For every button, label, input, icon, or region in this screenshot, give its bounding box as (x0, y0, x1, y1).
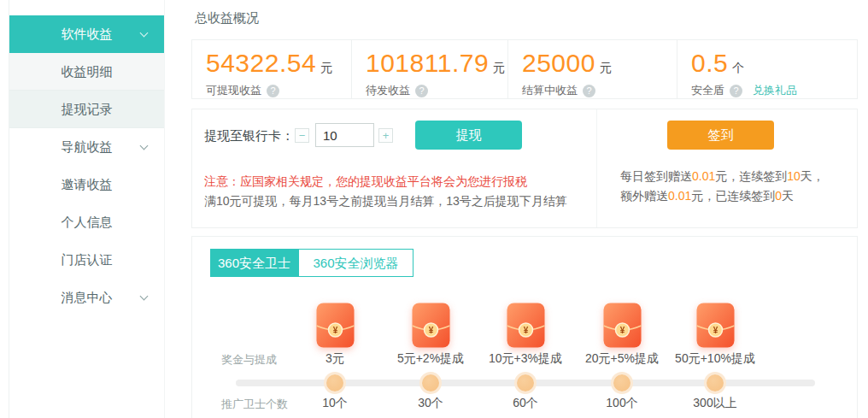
tax-warning-text: 注意：应国家相关规定，您的提现收益平台将会为您进行报税 (204, 174, 527, 190)
tab-360-browser[interactable]: 360安全浏览器 (298, 249, 413, 277)
help-icon[interactable]: ? (730, 85, 742, 97)
sidebar-item-label: 软件收益 (62, 26, 113, 41)
amount-plus-button[interactable]: + (378, 128, 393, 143)
stat-value: 54322.54 (206, 49, 316, 77)
tier-progress-dot (613, 374, 630, 392)
sidebar-item-message-center[interactable]: 消息中心 (9, 279, 164, 316)
sidebar-item-label: 收益明细 (62, 64, 113, 79)
help-icon[interactable]: ? (583, 85, 595, 97)
stat-label: 结算中收益 (522, 83, 578, 98)
sidebar-item-earnings-detail[interactable]: 收益明细 (9, 53, 164, 91)
sidebar-item-label: 邀请收益 (62, 177, 113, 191)
exchange-gift-link[interactable]: 兑换礼品 (753, 83, 797, 98)
tier-progress-dot (517, 374, 534, 392)
stat-value: 0.5 (691, 49, 728, 77)
stat-unit: 个 (732, 61, 744, 74)
product-tabs: 360安全卫士 360安全浏览器 (210, 249, 413, 277)
stat-unit: 元 (320, 61, 332, 74)
page-title: 总收益概况 (195, 10, 259, 26)
stat-label: 可提现收益 (206, 83, 261, 98)
earnings-dashboard: ¥ 软件收益 收益明细 提现记录 导航收益 邀请收益 (0, 0, 868, 418)
stat-unit: 元 (600, 61, 612, 74)
tier-progress-dot (707, 374, 724, 392)
sign-in-note-line1: 每日签到赠送0.01元，连续签到10天， (620, 169, 824, 185)
withdraw-rules-text: 满10元可提现，每月13号之前提现当月结算，13号之后提现下月结算 (204, 194, 567, 209)
red-envelope-icon (603, 303, 642, 348)
stat-security-shield: 0.5个 安全盾?兑换礼品 (677, 40, 857, 98)
stat-withdrawable-earnings: 54322.54元 可提现收益? (192, 40, 351, 98)
sidebar-item-software-earnings[interactable]: 软件收益 (9, 15, 164, 53)
withdraw-button[interactable]: 提现 (415, 121, 522, 150)
tier-progress-dot (326, 374, 343, 392)
red-envelope-icon (412, 303, 450, 348)
sidebar-item-label: 消息中心 (62, 290, 113, 304)
sidebar-menu: 软件收益 收益明细 提现记录 导航收益 邀请收益 个人信息 门店认证 (9, 0, 164, 418)
stat-pending-earnings: 101811.79元 待发收益? (351, 40, 507, 98)
stat-label: 待发收益 (366, 83, 410, 98)
total-earnings-panel: 54322.54元 可提现收益? 101811.79元 待发收益? 25000元… (191, 39, 858, 99)
chevron-down-icon (140, 292, 149, 301)
help-icon[interactable]: ? (415, 85, 428, 97)
help-icon[interactable]: ? (267, 85, 279, 97)
sign-in-button[interactable]: 签到 (667, 121, 774, 150)
sidebar-item-label: 提现记录 (62, 102, 113, 116)
bonus-row-label: 奖金与提成 (221, 352, 277, 368)
tier-bonus: 50元+10%提成 (655, 351, 775, 367)
panel-divider (596, 109, 597, 227)
tab-360-safe-guard[interactable]: 360安全卫士 (210, 249, 298, 277)
stat-value: 101811.79 (366, 49, 489, 77)
sidebar-top-gap (9, 0, 164, 15)
sidebar-item-navigation-earnings[interactable]: 导航收益 (9, 128, 164, 166)
promotion-panel: 360安全卫士 360安全浏览器 奖金与提成 3元 5元+2%提成 10元+3%… (191, 236, 858, 418)
stat-settling-earnings: 25000元 结算中收益? (507, 40, 677, 98)
sidebar-item-store-certification[interactable]: 门店认证 (9, 241, 164, 279)
chevron-down-icon (140, 142, 149, 150)
tier-count: 300以上 (655, 396, 775, 411)
amount-minus-button[interactable]: − (295, 128, 309, 143)
sidebar: 软件收益 收益明细 提现记录 导航收益 邀请收益 个人信息 门店认证 (0, 0, 165, 418)
red-envelope-icon (316, 303, 355, 348)
stat-value: 25000 (522, 49, 595, 77)
withdraw-to-bank-label: 提现至银行卡： (204, 128, 294, 144)
sidebar-item-label: 导航收益 (62, 139, 113, 154)
tier-progress-dot (422, 374, 439, 392)
sidebar-item-invite-earnings[interactable]: 邀请收益 (9, 166, 164, 203)
sidebar-item-withdraw-records[interactable]: 提现记录 (9, 91, 164, 128)
stat-label: 安全盾 (691, 83, 724, 98)
sidebar-item-label: 个人信息 (62, 215, 113, 229)
red-envelope-icon (507, 303, 545, 348)
sidebar-item-personal-info[interactable]: 个人信息 (9, 203, 164, 241)
sign-in-note-line2: 额外赠送0.01元，已连续签到0天 (620, 189, 794, 204)
red-envelope-icon (696, 303, 735, 348)
withdraw-panel: 提现至银行卡： − + 提现 注意：应国家相关规定，您的提现收益平台将会为您进行… (191, 109, 858, 228)
chevron-down-icon (140, 29, 149, 38)
sidebar-item-label: 门店认证 (62, 252, 113, 267)
stat-unit: 元 (493, 61, 505, 74)
withdraw-amount-input[interactable] (315, 123, 374, 147)
